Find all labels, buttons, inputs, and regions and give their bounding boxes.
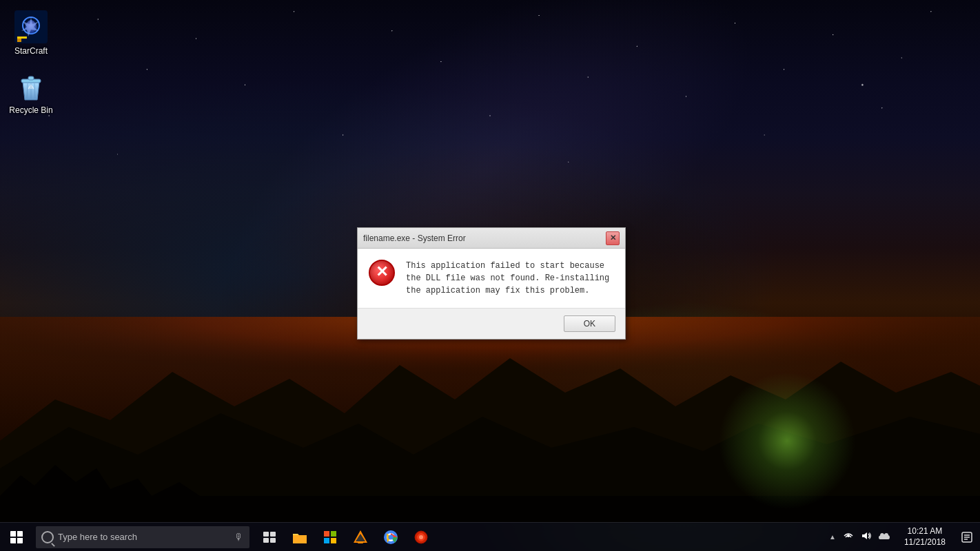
error-dialog: filename.exe - System Error ✕ ✕ This app…	[357, 227, 626, 340]
search-icon	[41, 531, 54, 543]
svg-rect-11	[263, 532, 269, 537]
chevron-up-icon: ▲	[829, 533, 836, 541]
starcraft-icon-image	[14, 10, 48, 43]
taskbar-other-app[interactable]	[407, 523, 436, 552]
clock-time: 10:21 AM	[908, 526, 943, 537]
svg-rect-18	[331, 538, 336, 543]
svg-rect-5	[17, 37, 27, 39]
recycle-bin-icon[interactable]: Recycle Bin	[3, 66, 59, 118]
start-button[interactable]	[0, 523, 33, 552]
dialog-title: filename.exe - System Error	[363, 233, 466, 243]
starcraft-label: StarCraft	[14, 46, 48, 56]
taskbar: Type here to search 🎙	[0, 522, 980, 551]
recycle-bin-label: Recycle Bin	[9, 105, 52, 115]
svg-rect-21	[358, 541, 363, 543]
ok-button[interactable]: OK	[564, 315, 615, 332]
desktop-icons: StarCraft	[3, 7, 59, 119]
svg-rect-12	[270, 532, 276, 537]
dialog-footer: OK	[358, 308, 625, 339]
svg-rect-15	[324, 531, 329, 537]
svg-rect-7	[28, 76, 34, 80]
taskbar-file-explorer[interactable]	[285, 523, 314, 552]
taskbar-chrome[interactable]	[376, 523, 405, 552]
dialog-body: ✕ This application failed to start becau…	[358, 249, 625, 308]
system-tray: ▲	[823, 523, 980, 551]
clock-date: 11/21/2018	[904, 537, 946, 548]
tray-icons: ▲	[823, 523, 896, 551]
svg-rect-16	[331, 531, 336, 537]
svg-rect-14	[270, 538, 276, 543]
error-x-mark: ✕	[376, 264, 388, 280]
error-icon: ✕	[369, 260, 396, 287]
system-clock[interactable]: 10:21 AM 11/21/2018	[896, 523, 954, 551]
recycle-bin-icon-image	[14, 70, 48, 103]
starcraft-icon[interactable]: StarCraft	[3, 7, 59, 59]
svg-point-26	[419, 535, 423, 539]
dialog-message: This application failed to start because…	[406, 260, 614, 297]
volume-icon[interactable]	[859, 530, 874, 543]
taskbar-pinned-items	[255, 523, 436, 552]
svg-point-24	[389, 534, 394, 539]
notification-center[interactable]	[954, 523, 980, 552]
taskbar-vlc[interactable]	[346, 523, 375, 552]
windows-logo-icon	[10, 531, 23, 543]
microphone-icon: 🎙	[234, 532, 244, 543]
taskbar-store[interactable]	[316, 523, 345, 552]
search-placeholder: Type here to search	[58, 532, 230, 542]
show-hidden-icons[interactable]: ▲	[827, 523, 838, 551]
svg-rect-13	[263, 538, 269, 543]
taskbar-task-view[interactable]	[255, 523, 284, 552]
tent-glow	[718, 372, 856, 510]
svg-rect-17	[324, 538, 329, 543]
onedrive-icon[interactable]	[877, 532, 892, 543]
dialog-close-button[interactable]: ✕	[606, 231, 620, 245]
taskbar-search[interactable]: Type here to search 🎙	[36, 526, 249, 548]
dialog-titlebar: filename.exe - System Error ✕	[358, 228, 625, 249]
network-icon[interactable]	[841, 530, 856, 543]
